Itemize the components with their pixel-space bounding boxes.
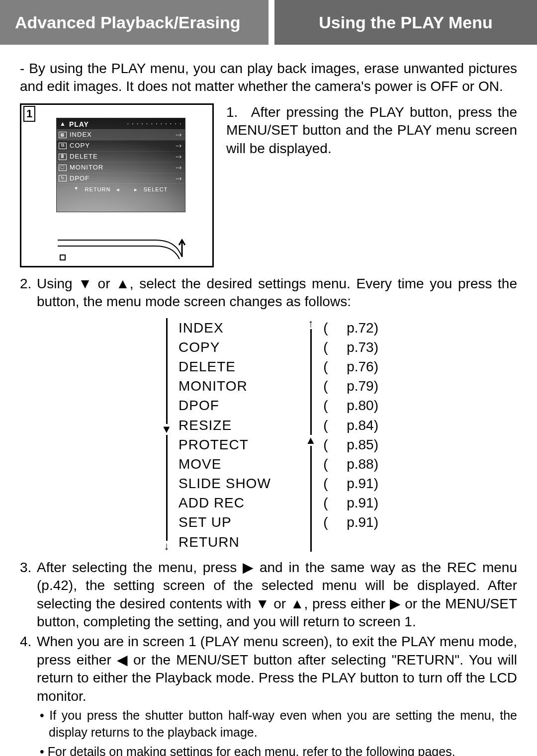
arrow-right-icon: ···› xyxy=(176,142,181,150)
note-item: If you press the shutter button half-way… xyxy=(40,707,517,741)
grid-icon: ▦ xyxy=(59,132,67,138)
cycle-up-column: ↑ ▲ xyxy=(301,318,321,552)
lcd-title: PLAY xyxy=(69,120,89,129)
paren: ( xyxy=(323,474,329,493)
menu-name: PROTECT xyxy=(179,435,299,454)
menu-page: p.72) xyxy=(333,318,378,337)
menu-name: RESIZE xyxy=(179,416,299,435)
menu-page: p.85) xyxy=(333,435,378,454)
menu-name: SLIDE SHOW xyxy=(179,474,299,493)
paren: ( xyxy=(323,357,329,376)
menu-cycle-table: ▼ ↓ INDEXCOPYDELETEMONITORDPOFRESIZEPROT… xyxy=(20,318,517,552)
lcd-title-row: ▲ PLAY · · · · · · · · · · · · xyxy=(57,118,185,129)
step-number: 3. xyxy=(20,559,37,631)
step3-text: After selecting the menu, press ▶ and in… xyxy=(37,559,517,631)
lcd-footer-right: SELECT xyxy=(144,186,168,193)
lcd-footer-left: RETURN xyxy=(85,186,111,193)
step2: 2. Using ▼ or ▲, select the desired sett… xyxy=(20,275,517,311)
menu-page: p.91) xyxy=(333,493,378,512)
step3: 3. After selecting the menu, press ▶ and… xyxy=(20,559,517,631)
triangle-up-icon: ▲ xyxy=(305,435,316,446)
t: or xyxy=(92,276,116,291)
lcd-footer: ▼ RETURN ◂ ▸ SELECT xyxy=(57,183,185,193)
triangle-right-icon: ▸ xyxy=(134,186,138,193)
triangle-right-icon: ▶ xyxy=(243,559,254,577)
lcd-item: 🗑 DELETE ···› xyxy=(57,151,185,162)
menu-pages: p.72)p.73)p.76)p.79)p.80)p.84)p.85)p.88)… xyxy=(331,318,380,552)
menu-name: DELETE xyxy=(179,357,299,376)
menu-page: p.79) xyxy=(333,376,378,396)
step-number: 4. xyxy=(20,633,37,705)
chevron-down-icon: ▼ xyxy=(74,186,79,193)
lcd-screen: ▲ PLAY · · · · · · · · · · · · ▦ INDEX ·… xyxy=(56,118,185,212)
header-gap xyxy=(268,0,274,45)
triangle-down-icon: ▼ xyxy=(256,595,269,613)
lcd-item-label: DPOF xyxy=(70,174,90,183)
notes-list: If you press the shutter button half-way… xyxy=(20,707,517,756)
arrow-right-icon: ···› xyxy=(176,164,181,172)
paren: ( xyxy=(323,512,329,532)
header-left: Advanced Playback/Erasing xyxy=(0,0,268,45)
monitor-icon: ▢ xyxy=(59,165,67,171)
menu-page: p.91) xyxy=(333,512,378,532)
paren: ( xyxy=(323,396,329,415)
menu-names: INDEXCOPYDELETEMONITORDPOFRESIZEPROTECTM… xyxy=(177,318,301,552)
trash-icon: 🗑 xyxy=(59,154,67,160)
triangle-up-icon: ▲ xyxy=(290,595,304,613)
step4-text: When you are in screen 1 (PLAY menu scre… xyxy=(37,633,517,705)
arrow-right-icon: ···› xyxy=(176,174,181,183)
menu-page xyxy=(333,532,378,552)
menu-name: COPY xyxy=(179,337,299,357)
step-number: 2. xyxy=(20,275,37,311)
lcd-step-number: 1 xyxy=(23,106,35,122)
paren: ( xyxy=(323,435,329,454)
menu-page: p.76) xyxy=(333,357,378,376)
cycle-down-column: ▼ ↓ xyxy=(157,318,177,552)
t: , press either xyxy=(304,596,390,611)
arrow-right-icon: ···› xyxy=(176,131,181,139)
lcd-dots: · · · · · · · · · · · · xyxy=(127,121,182,127)
triangle-left-icon: ◂ xyxy=(116,186,120,193)
arrow-right-icon: ···› xyxy=(176,153,181,161)
lcd-illustration: 1 ▲ PLAY · · · · · · · · · · · · ▦ INDEX… xyxy=(20,103,214,267)
lcd-item: ▢ MONITOR ···› xyxy=(57,162,185,173)
paren: ( xyxy=(323,454,329,474)
step1-row: 1 ▲ PLAY · · · · · · · · · · · · ▦ INDEX… xyxy=(20,103,517,267)
paren: ( xyxy=(323,416,329,435)
menu-name: RETURN xyxy=(179,532,299,552)
menu-page: p.84) xyxy=(333,416,378,435)
menu-paren-open: ((((((((((( xyxy=(321,318,331,552)
menu-page: p.73) xyxy=(333,337,378,357)
menu-name: ADD REC xyxy=(179,493,299,512)
arrow-up-icon: ↑ xyxy=(308,318,314,329)
svg-rect-0 xyxy=(60,255,65,260)
chevron-up-icon: ▲ xyxy=(60,120,66,128)
t: or xyxy=(269,596,290,611)
triangle-left-icon: ◀ xyxy=(117,651,128,669)
menu-name: MONITOR xyxy=(179,376,299,396)
step2-text: Using ▼ or ▲, select the desired setting… xyxy=(37,275,517,311)
menu-name: INDEX xyxy=(179,318,299,337)
lcd-item-label: MONITOR xyxy=(70,164,103,172)
menu-name: SET UP xyxy=(179,512,299,532)
paren: ( xyxy=(323,376,329,396)
camera-body-illustration xyxy=(56,226,185,261)
triangle-down-icon: ▼ xyxy=(161,424,172,435)
lcd-item: ↻ DPOF ···› xyxy=(57,173,185,184)
triangle-up-icon: ▲ xyxy=(116,275,130,293)
t: Using xyxy=(37,276,78,291)
triangle-down-icon: ▼ xyxy=(78,275,92,293)
menu-page: p.80) xyxy=(333,396,378,415)
header-right: Using the PLAY Menu xyxy=(274,0,537,45)
lcd-item-label: COPY xyxy=(70,142,90,150)
page-header: Advanced Playback/Erasing Using the PLAY… xyxy=(0,0,537,45)
menu-page: p.91) xyxy=(333,474,378,493)
paren: ( xyxy=(323,337,329,357)
dpof-icon: ↻ xyxy=(59,175,67,181)
menu-name: DPOF xyxy=(179,396,299,415)
step4: 4. When you are in screen 1 (PLAY menu s… xyxy=(20,633,517,705)
copy-icon: ⧉ xyxy=(59,143,67,149)
intro: - By using the PLAY menu, you can play b… xyxy=(20,61,517,94)
note-item: For details on making settings for each … xyxy=(40,744,517,756)
page-body: - By using the PLAY menu, you can play b… xyxy=(0,45,537,756)
